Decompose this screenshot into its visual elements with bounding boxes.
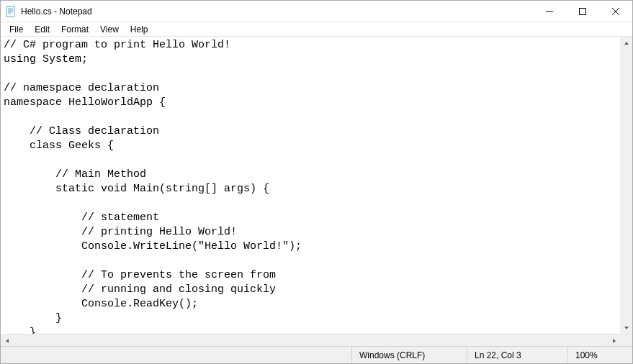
vertical-scrollbar[interactable]: [620, 37, 632, 334]
titlebar: Hello.cs - Notepad: [1, 1, 632, 22]
text-editor[interactable]: // C# program to print Hello World! usin…: [1, 37, 632, 334]
scroll-up-icon[interactable]: [620, 37, 632, 49]
status-zoom: 100%: [567, 347, 632, 363]
minimize-button[interactable]: [533, 1, 566, 22]
svg-marker-11: [6, 339, 9, 343]
menu-edit[interactable]: Edit: [29, 23, 55, 36]
menu-view[interactable]: View: [94, 23, 125, 36]
close-button[interactable]: [599, 1, 632, 22]
menu-help[interactable]: Help: [125, 23, 154, 36]
statusbar: Windows (CRLF) Ln 22, Col 3 100%: [1, 346, 632, 363]
menu-file[interactable]: File: [4, 23, 29, 36]
scroll-track-vertical[interactable]: [620, 49, 632, 322]
svg-rect-6: [580, 8, 586, 14]
window-controls: [533, 1, 632, 22]
status-cursor-position: Ln 22, Col 3: [467, 347, 567, 363]
menu-format[interactable]: Format: [55, 23, 94, 36]
scroll-track-horizontal[interactable]: [13, 335, 608, 346]
maximize-button[interactable]: [566, 1, 599, 22]
scroll-down-icon[interactable]: [620, 322, 632, 334]
horizontal-scrollbar[interactable]: [1, 334, 632, 346]
editor-area: // C# program to print Hello World! usin…: [1, 37, 632, 346]
svg-marker-12: [613, 339, 616, 343]
window-title: Hello.cs - Notepad: [21, 6, 533, 17]
menubar: File Edit Format View Help: [1, 22, 632, 37]
status-line-ending: Windows (CRLF): [351, 347, 467, 363]
scroll-left-icon[interactable]: [1, 335, 13, 346]
notepad-icon: [5, 6, 17, 17]
scroll-right-icon[interactable]: [608, 335, 620, 346]
scroll-corner: [620, 335, 632, 346]
svg-marker-9: [624, 42, 629, 45]
svg-marker-10: [624, 327, 629, 329]
